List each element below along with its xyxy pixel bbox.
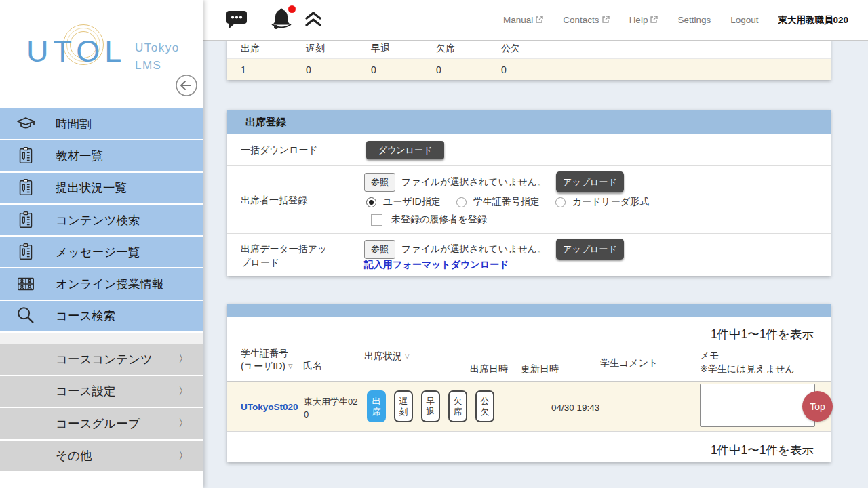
- logged-in-username: 東大用教職員020: [778, 14, 848, 26]
- attendee-bulk-register-row: 出席者一括登録 参照 ファイルが選択されていません。 アップロード ユーザID指…: [227, 166, 831, 234]
- radio-card-reader-format[interactable]: カードリーダ形式: [555, 196, 649, 208]
- col-status-header[interactable]: 出席状況▽: [364, 350, 410, 363]
- summary-col-header: 遅刻: [292, 43, 357, 55]
- upload-button[interactable]: アップロード: [556, 171, 624, 192]
- double-chevron-up-icon: [304, 11, 323, 29]
- summary-col-header: 出席: [227, 43, 292, 55]
- browse-button[interactable]: 参照: [364, 173, 395, 192]
- main-area: Manual Contacts Help Settings Logout 東大用…: [203, 0, 868, 488]
- chevron-right-icon: 〉: [178, 385, 189, 398]
- sidebar-item-label: 教材一覧: [56, 148, 103, 164]
- search-icon: [15, 305, 37, 327]
- sidebar-item-content-search[interactable]: コンテンツ検索: [0, 205, 203, 237]
- settings-link[interactable]: Settings: [677, 15, 711, 25]
- sidebar-course-nav: コースコンテンツ 〉 コース設定 〉 コースグループ 〉 その他 〉: [0, 344, 203, 472]
- external-link-icon: [650, 16, 658, 26]
- sidebar-item-course-settings[interactable]: コース設定 〉: [0, 376, 203, 409]
- messages-button[interactable]: [226, 9, 248, 31]
- col-memo-header: メモ ※学生には見えません: [700, 349, 795, 375]
- chevron-right-icon: 〉: [178, 352, 189, 365]
- scroll-to-top-button[interactable]: Top: [802, 391, 833, 422]
- sort-icon: ▽: [288, 363, 293, 369]
- sidebar-item-label: コース検索: [56, 308, 115, 324]
- sidebar-item-course-group[interactable]: コースグループ 〉: [0, 408, 203, 441]
- manual-link[interactable]: Manual: [503, 15, 543, 26]
- file-status-text: ファイルが選択されていません。: [401, 176, 547, 188]
- student-name: 東大用学生020: [304, 396, 362, 422]
- sidebar-item-label: 時間割: [56, 116, 92, 132]
- sort-icon: ▽: [405, 352, 410, 359]
- summary-header-row: 出席 遅刻 早退 欠席 公欠: [227, 39, 831, 59]
- panel-title: 出席登録: [227, 110, 831, 134]
- upload-button[interactable]: アップロード: [556, 239, 624, 260]
- attendance-registration-panel: 出席登録 一括ダウンロード ダウンロード 出席者一括登録 参照 ファイルが選択さ…: [227, 110, 831, 276]
- clipboard-icon: [15, 177, 37, 199]
- radio-user-id[interactable]: ユーザID指定: [366, 196, 441, 208]
- summary-value: 0: [292, 64, 357, 75]
- col-student-id-header[interactable]: 学生証番号 (ユーザID)▽: [241, 347, 293, 373]
- id-type-radio-group: ユーザID指定 学生証番号指定 カードリーダ形式: [366, 196, 665, 208]
- chevron-right-icon: 〉: [178, 417, 189, 430]
- browse-button[interactable]: 参照: [364, 240, 395, 259]
- format-download-link[interactable]: 記入用フォーマットダウンロード: [364, 259, 509, 271]
- student-id-link[interactable]: UTokyoSt020: [241, 402, 298, 412]
- bulk-download-row: 一括ダウンロード ダウンロード: [227, 134, 831, 166]
- register-unregistered-checkbox-row[interactable]: 未登録の履修者を登録: [371, 214, 487, 226]
- notifications-button[interactable]: [270, 7, 293, 33]
- status-button-absent[interactable]: 欠席: [448, 390, 467, 422]
- utol-logo: UTOL: [26, 34, 126, 69]
- download-button[interactable]: ダウンロード: [366, 141, 444, 159]
- student-row: UTokyoSt020 東大用学生020 出席 遅刻 早退 欠席 公欠 04/3…: [227, 382, 831, 432]
- content-area: 出席 遅刻 早退 欠席 公欠 1 0 0 0 0 出席登録 一括ダ: [203, 41, 868, 488]
- status-button-late[interactable]: 遅刻: [394, 390, 413, 422]
- status-button-early-leave[interactable]: 早退: [421, 390, 440, 422]
- col-update-datetime-header: 更新日時: [521, 363, 559, 375]
- sidebar-collapse-button[interactable]: [174, 73, 199, 99]
- chevron-right-icon: 〉: [178, 449, 189, 462]
- logout-link[interactable]: Logout: [730, 15, 758, 25]
- sidebar-main-nav: 時間割 教材一覧: [0, 108, 203, 333]
- sidebar-item-label: オンライン授業情報: [56, 276, 164, 292]
- radio-button-icon: [555, 197, 566, 207]
- help-link[interactable]: Help: [629, 15, 658, 26]
- chat-bubble-icon: [226, 9, 248, 31]
- sidebar-item-submissions[interactable]: 提出状況一覧: [0, 173, 203, 205]
- collapse-topbar-button[interactable]: [304, 11, 323, 29]
- external-link-icon: [535, 16, 543, 26]
- sidebar-item-timetable[interactable]: 時間割: [0, 108, 203, 140]
- file-status-text: ファイルが選択されていません。: [401, 243, 547, 256]
- graduation-cap-icon: [15, 113, 37, 135]
- table-header-strip: [227, 304, 831, 317]
- status-button-excused[interactable]: 公欠: [475, 390, 494, 422]
- status-button-present[interactable]: 出席: [367, 390, 386, 422]
- sidebar-item-course-contents[interactable]: コースコンテンツ 〉: [0, 344, 203, 376]
- sidebar-item-label: メッセージ一覧: [56, 244, 140, 260]
- sidebar-item-course-search[interactable]: コース検索: [0, 301, 203, 333]
- utol-logo-subtitle: UTokyo LMS: [135, 39, 180, 75]
- radio-student-card-number[interactable]: 学生証番号指定: [456, 196, 540, 208]
- result-count-bottom: 1件中1〜1件を表示: [227, 432, 831, 462]
- bulk-download-label: 一括ダウンロード: [241, 144, 318, 157]
- attendance-data-upload-row: 出席データ一括アップロード 参照 ファイルが選択されていません。 アップロード …: [227, 234, 831, 276]
- topbar-links: Manual Contacts Help Settings Logout 東大用…: [503, 14, 848, 26]
- sidebar-item-label: コンテンツ検索: [56, 212, 140, 228]
- attendance-status-buttons: 出席 遅刻 早退 欠席 公欠: [367, 390, 494, 422]
- memo-textarea[interactable]: [700, 384, 815, 427]
- external-link-icon: [601, 16, 610, 26]
- summary-col-header: 公欠: [488, 43, 553, 55]
- attendance-summary-table: 出席 遅刻 早退 欠席 公欠 1 0 0 0 0: [227, 39, 831, 80]
- contacts-link[interactable]: Contacts: [563, 15, 609, 26]
- table-header-row: 学生証番号 (ユーザID)▽ 氏名 出席状況▽ 出席日時 更新日時 学生コメント…: [227, 342, 831, 382]
- sidebar-item-label: 提出状況一覧: [56, 180, 127, 196]
- summary-value: 1: [227, 64, 292, 75]
- radio-button-icon: [456, 197, 467, 207]
- summary-col-header: 早退: [357, 43, 422, 55]
- attendance-data-upload-label: 出席データ一括アップロード: [241, 242, 333, 270]
- sidebar-item-materials[interactable]: 教材一覧: [0, 140, 203, 172]
- sidebar-item-online-class-info[interactable]: オンライン授業情報: [0, 268, 203, 300]
- summary-value: 0: [422, 64, 488, 75]
- sidebar-item-others[interactable]: その他 〉: [0, 441, 203, 473]
- sidebar-item-messages[interactable]: メッセージ一覧: [0, 237, 203, 268]
- sidebar: UTOL UTokyo LMS: [0, 0, 203, 488]
- col-attend-datetime-header: 出席日時: [470, 363, 508, 375]
